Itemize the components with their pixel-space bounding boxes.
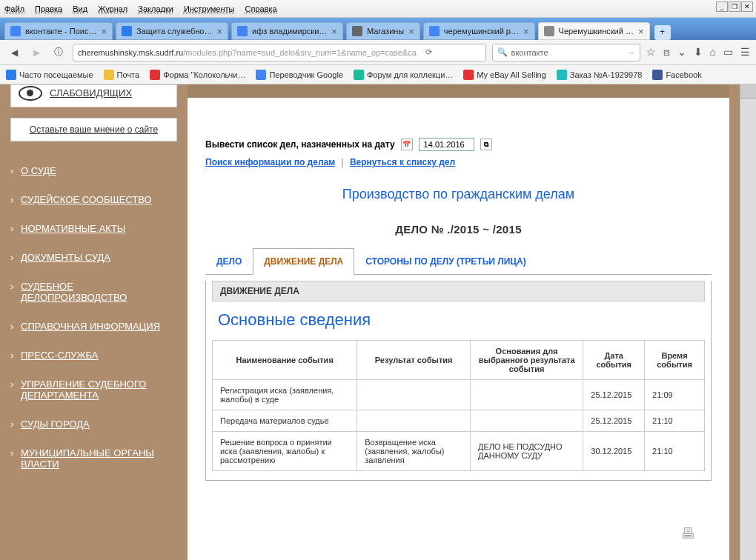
- scrollbar[interactable]: [740, 84, 756, 560]
- sidebar-link[interactable]: ДОКУМЕНТЫ СУДА: [21, 252, 110, 263]
- table-cell: ДЕЛО НЕ ПОДСУДНО ДАННОМУ СУДУ: [470, 432, 583, 471]
- new-tab-button[interactable]: +: [654, 25, 671, 40]
- sidebar-link[interactable]: О СУДЕ: [21, 165, 56, 176]
- menu-edit[interactable]: Правка: [35, 4, 62, 13]
- tab-close-icon[interactable]: ×: [331, 26, 337, 37]
- menu-help[interactable]: Справка: [245, 4, 276, 13]
- feedback-box[interactable]: Оставьте ваше мнение о сайте: [10, 118, 177, 141]
- sidebar-link[interactable]: ПРЕСС-СЛУЖБА: [21, 350, 98, 361]
- pocket-icon[interactable]: ⌄: [677, 46, 686, 59]
- browser-tab[interactable]: Магазины×: [346, 22, 420, 40]
- sidebar-item[interactable]: ДОКУМЕНТЫ СУДА: [10, 243, 177, 272]
- library-icon[interactable]: ⧈: [663, 46, 670, 59]
- sidebar-item[interactable]: О СУДЕ: [10, 156, 177, 185]
- sidebar-link[interactable]: НОРМАТИВНЫЕ АКТЫ: [21, 223, 125, 234]
- sidebar-item[interactable]: СУДЕЙСКОЕ СООБЩЕСТВО: [10, 185, 177, 214]
- case-tab[interactable]: СТОРОНЫ ПО ДЕЛУ (ТРЕТЬИ ЛИЦА): [354, 248, 537, 275]
- sidebar-nav: О СУДЕСУДЕЙСКОЕ СООБЩЕСТВОНОРМАТИВНЫЕ АК…: [10, 156, 177, 479]
- bookmark-icon: [557, 70, 567, 80]
- table-header: Дата события: [583, 341, 645, 380]
- bookmark-item[interactable]: Форум для коллекци…: [354, 70, 453, 80]
- sidebar-item[interactable]: СПРАВОЧНАЯ ИНФОРМАЦИЯ: [10, 312, 177, 341]
- sidebar-link[interactable]: СУДЫ ГОРОДА: [21, 419, 90, 430]
- menu-file[interactable]: Файл: [4, 4, 24, 13]
- panel-head: ДВИЖЕНИЕ ДЕЛА: [212, 281, 705, 301]
- window-close-icon[interactable]: ✕: [741, 1, 753, 12]
- menu-bar: Файл Правка Вид Журнал Закладки Инструме…: [0, 0, 756, 18]
- browser-tab[interactable]: черемушинский р…×: [423, 22, 535, 40]
- bookmark-label: Почта: [117, 70, 140, 79]
- menu-bookmarks[interactable]: Закладки: [138, 4, 173, 13]
- tab-close-icon[interactable]: ×: [523, 26, 529, 37]
- menu-tools[interactable]: Инструменты: [184, 4, 235, 13]
- bookmark-item[interactable]: My eBay All Selling: [463, 70, 546, 80]
- header-strip: [188, 84, 729, 98]
- search-bar[interactable]: 🔍 вконтакте →: [492, 44, 640, 61]
- url-path: /modules.php?name=sud_delo&srv_num=1&nam…: [183, 48, 417, 57]
- browser-tab[interactable]: вконтакте - Поис…×: [4, 22, 113, 40]
- browser-tab[interactable]: Черемушкинский …×: [538, 22, 650, 40]
- bookmark-item[interactable]: Facebook: [652, 70, 701, 80]
- window-minimize-icon[interactable]: _: [716, 1, 728, 12]
- sidebar-link[interactable]: УПРАВЛЕНИЕ СУДЕБНОГО ДЕПАРТАМЕНТА: [21, 379, 146, 401]
- home-icon[interactable]: ⌂: [710, 46, 716, 59]
- sidebar-item[interactable]: УПРАВЛЕНИЕ СУДЕБНОГО ДЕПАРТАМЕНТА: [10, 370, 177, 410]
- tab-label: Защита служебно…: [136, 27, 212, 36]
- case-tab[interactable]: ДЕЛО: [205, 248, 253, 275]
- table-cell: Регистрация иска (заявления, жалобы) в с…: [213, 380, 357, 410]
- tab-close-icon[interactable]: ×: [638, 26, 644, 37]
- bookmark-label: Facebook: [666, 70, 701, 79]
- url-bar[interactable]: cheremushinsky.msk.sudrf.ru/modules.php?…: [73, 44, 486, 61]
- hamburger-icon[interactable]: ☰: [740, 46, 750, 59]
- calendar-open-icon[interactable]: 📅: [401, 139, 413, 150]
- favicon-icon: [122, 26, 132, 36]
- sidebar-item[interactable]: СУДЫ ГОРОДА: [10, 410, 177, 439]
- case-tab[interactable]: ДВИЖЕНИЕ ДЕЛА: [253, 248, 354, 275]
- menu-history[interactable]: Журнал: [98, 4, 127, 13]
- star-icon[interactable]: ☆: [646, 46, 656, 59]
- bookmark-item[interactable]: Часто посещаемые: [6, 70, 93, 80]
- accessibility-link[interactable]: СЛАБОВИДЯЩИХ: [50, 87, 132, 100]
- tab-close-icon[interactable]: ×: [216, 26, 222, 37]
- bookmark-item[interactable]: Переводчик Google: [256, 70, 343, 80]
- print-icon[interactable]: 🖶: [680, 525, 695, 542]
- movement-table: Наименование событияРезультат событияОсн…: [212, 340, 705, 471]
- back-button[interactable]: ◀: [6, 44, 22, 61]
- calendar-picker-icon[interactable]: ⧉: [480, 139, 492, 150]
- table-cell: Решение вопроса о принятии иска (заявлен…: [213, 432, 357, 471]
- search-icon: 🔍: [497, 47, 508, 57]
- search-go-icon[interactable]: →: [627, 48, 635, 57]
- table-cell: [357, 380, 471, 410]
- accessibility-box[interactable]: СЛАБОВИДЯЩИХ: [10, 84, 177, 107]
- sidebar-item[interactable]: МУНИЦИПАЛЬНЫЕ ОРГАНЫ ВЛАСТИ: [10, 439, 177, 479]
- sidebar-link[interactable]: СПРАВОЧНАЯ ИНФОРМАЦИЯ: [21, 321, 160, 332]
- table-cell: Передача материалов судье: [213, 410, 357, 432]
- table-cell: [357, 410, 471, 432]
- feedback-link[interactable]: Оставьте ваше мнение о сайте: [30, 124, 158, 135]
- sidebar-item[interactable]: НОРМАТИВНЫЕ АКТЫ: [10, 214, 177, 243]
- link-back-list[interactable]: Вернуться к списку дел: [350, 157, 455, 167]
- table-header: Основания для выбранного результата собы…: [470, 341, 583, 380]
- identity-icon[interactable]: ⓘ: [50, 44, 67, 61]
- tab-close-icon[interactable]: ×: [408, 26, 414, 37]
- forward-button[interactable]: ▶: [28, 44, 44, 61]
- browser-tab[interactable]: Защита служебно…×: [116, 22, 228, 40]
- sidebar-item[interactable]: ПРЕСС-СЛУЖБА: [10, 341, 177, 370]
- sidebar-link[interactable]: СУДЕЙСКОЕ СООБЩЕСТВО: [21, 194, 152, 205]
- downloads-icon[interactable]: ⬇: [694, 46, 703, 59]
- bookmark-item[interactable]: Почта: [104, 70, 140, 80]
- sidebar-item[interactable]: СУДЕБНОЕ ДЕЛОПРОИЗВОДСТВО: [10, 272, 177, 312]
- window-restore-icon[interactable]: ❐: [729, 1, 740, 12]
- menu-view[interactable]: Вид: [73, 4, 87, 13]
- link-search-cases[interactable]: Поиск информации по делам: [205, 157, 335, 167]
- reload-icon[interactable]: ⟳: [421, 47, 437, 57]
- bookmark-item[interactable]: Заказ №A-1929978: [557, 70, 643, 80]
- bookmark-item[interactable]: Форма "Колокольчи…: [150, 70, 245, 80]
- tab-close-icon[interactable]: ×: [101, 26, 107, 37]
- browser-tab[interactable]: ифз владимирски…×: [231, 22, 343, 40]
- date-input[interactable]: 14.01.2016: [419, 138, 474, 151]
- sidebar-link[interactable]: СУДЕБНОЕ ДЕЛОПРОИЗВОДСТВО: [21, 281, 127, 303]
- table-header: Наименование события: [213, 341, 357, 380]
- screenshot-icon[interactable]: ▭: [723, 46, 733, 59]
- sidebar-link[interactable]: МУНИЦИПАЛЬНЫЕ ОРГАНЫ ВЛАСТИ: [21, 447, 154, 470]
